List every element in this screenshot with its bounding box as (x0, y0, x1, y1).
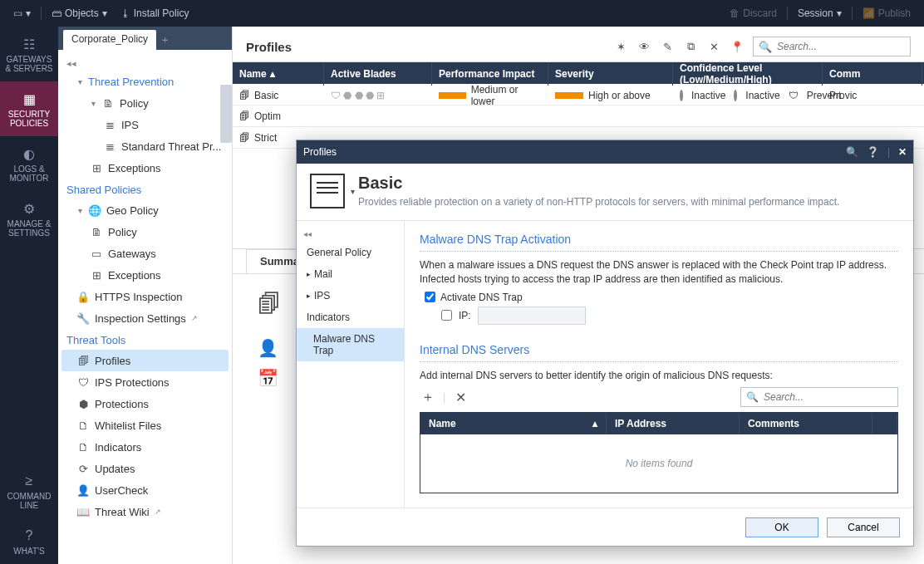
dialog-subtitle: Provides reliable protection on a variet… (358, 196, 839, 208)
rail-gateways[interactable]: ☷GATEWAYS & SERVERS (0, 27, 58, 81)
dns-col-name[interactable]: Name▴ (420, 413, 607, 434)
tree-standard-threat[interactable]: ≣Standard Threat Pr... (61, 135, 229, 157)
dialog-help-icon[interactable]: ❔ (867, 146, 879, 158)
col-confidence[interactable]: Confidence Level (Low/Medium/High) (673, 62, 823, 86)
col-comments[interactable]: Comm (823, 62, 922, 86)
profile-large-icon: 🗐 (258, 291, 281, 318)
tree-indicators[interactable]: 🗋Indicators (61, 436, 229, 458)
tree-ips[interactable]: ≣IPS (61, 114, 229, 135)
tree-ips-protections[interactable]: 🛡IPS Protections (61, 371, 229, 393)
profiles-search-input[interactable] (777, 41, 905, 52)
tree-profiles[interactable]: 🗐Profiles (61, 350, 229, 371)
tree-geo-exceptions[interactable]: ⊞Exceptions (61, 264, 229, 286)
view-icon[interactable]: 👁 (636, 39, 651, 54)
dns-col-ip[interactable]: IP Address (607, 413, 740, 434)
globe-icon: 🌐 (88, 204, 101, 217)
profile-icon: 🗐 (239, 110, 249, 122)
servers-icon: ☷ (3, 37, 55, 51)
ip-input[interactable] (478, 307, 586, 325)
collapse-icon[interactable]: ◂◂ (297, 229, 404, 242)
col-blades[interactable]: Active Blades (324, 62, 432, 86)
profiles-row-basic[interactable]: 🗐Basic 🛡 ⬣ ⬣ ⬣ ⊞ Medium or lower High or… (233, 84, 924, 105)
new-icon[interactable]: ✶ (613, 39, 628, 54)
nav-general-policy[interactable]: General Policy (297, 242, 404, 263)
col-name[interactable]: Name ▴ (233, 62, 324, 86)
edit-icon[interactable]: ✎ (660, 39, 675, 54)
file-icon: 🗋 (76, 440, 90, 454)
tree-updates[interactable]: ⟳Updates (61, 458, 229, 479)
objects-menu[interactable]: 🗃Objects ▾ (45, 0, 114, 27)
dns-col-comments[interactable]: Comments (740, 413, 872, 434)
app-menu[interactable]: ▭ ▾ (7, 0, 37, 27)
dialog-titlebar[interactable]: Profiles 🔍 ❔ | ✕ (297, 140, 913, 164)
tree-threat-wiki[interactable]: 📖Threat Wiki↗ (61, 501, 229, 522)
inactive-icon (680, 90, 683, 101)
blade-icons: 🛡 ⬣ ⬣ ⬣ ⊞ (331, 90, 385, 101)
shield-icon: 🛡 (76, 375, 90, 389)
discard-button[interactable]: 🗑Discard (723, 7, 784, 19)
external-badge: ↗ (191, 314, 198, 322)
tree-policy[interactable]: ▾🗎Policy (61, 92, 229, 114)
profiles-row-optim[interactable]: 🗐Optim (233, 105, 924, 127)
clone-icon[interactable]: ⧉ (683, 39, 698, 54)
tree-inspection-settings[interactable]: 🔧Inspection Settings↗ (61, 307, 229, 329)
tree-https-inspection[interactable]: 🔒HTTPS Inspection (61, 286, 229, 307)
tree-geo-policy-sub[interactable]: 🗎Policy (61, 221, 229, 243)
session-menu[interactable]: Session ▾ (791, 7, 848, 19)
delete-icon[interactable]: ✕ (706, 39, 721, 54)
rail-command-line[interactable]: ≥COMMAND LINE (0, 463, 58, 518)
profile-large-icon: ▾ (310, 174, 345, 208)
collapse-icon[interactable]: ◂◂ (61, 56, 229, 71)
gauge-icon: ◐ (3, 146, 55, 161)
activate-dns-trap-checkbox[interactable]: Activate DNS Trap (425, 292, 898, 303)
activate-dns-trap-input[interactable] (425, 292, 435, 302)
dialog-search-icon[interactable]: 🔍 (846, 146, 858, 158)
tree-geo-policy[interactable]: ▾🌐Geo Policy (61, 199, 229, 221)
router-icon: ▭ (90, 247, 103, 260)
dialog-title-text: Profiles (303, 146, 337, 158)
trash-icon: 🗑 (730, 7, 740, 19)
add-policy-tab[interactable]: ＋ (156, 30, 173, 50)
main-toolbar: ▭ ▾ 🗃Objects ▾ ⭳Install Policy 🗑Discard … (0, 0, 924, 27)
dialog-close-icon[interactable]: ✕ (898, 146, 907, 158)
cancel-button[interactable]: Cancel (827, 517, 900, 537)
search-icon: 🔍 (759, 41, 772, 53)
help-icon: ? (3, 528, 55, 543)
shield2-icon: ⬢ (76, 397, 90, 410)
ip-checkbox[interactable] (441, 310, 452, 321)
rail-whats[interactable]: ?WHAT'S (0, 518, 58, 564)
col-perf[interactable]: Performance Impact (432, 62, 548, 86)
whereused-icon[interactable]: 📍 (730, 39, 745, 54)
nav-ips[interactable]: ▸IPS (297, 285, 404, 307)
tree-threat-prevention[interactable]: ▾Threat Prevention (61, 71, 229, 92)
threat-tools-header: Threat Tools (61, 329, 229, 350)
sidebar-scrollbar[interactable] (220, 85, 232, 143)
publish-button[interactable]: 📶Publish (856, 7, 917, 19)
col-severity[interactable]: Severity (548, 62, 673, 86)
dns-search-input[interactable] (764, 391, 892, 403)
dns-empty-message: No items found (420, 434, 897, 493)
section-internal-dns-title: Internal DNS Servers (420, 343, 898, 356)
policy-sidebar: Corporate_Policy ＋ ◂◂ ▾Threat Prevention… (58, 27, 233, 564)
install-policy-button[interactable]: ⭳Install Policy (114, 0, 196, 27)
profiles-search: 🔍 (753, 37, 911, 56)
rail-manage[interactable]: ⚙MANAGE & SETTINGS (0, 191, 58, 246)
rail-security-policies[interactable]: ▦SECURITY POLICIES (0, 81, 58, 136)
nav-malware-dns-trap[interactable]: Malware DNS Trap (297, 328, 404, 361)
nav-mail[interactable]: ▸Mail (297, 263, 404, 285)
layers-icon: ≣ (103, 118, 116, 131)
nav-indicators[interactable]: Indicators (297, 307, 404, 328)
tree-whitelist[interactable]: 🗋Whitelist Files (61, 414, 229, 436)
rail-logs[interactable]: ◐LOGS & MONITOR (0, 136, 58, 191)
grid-icon: ▦ (3, 91, 55, 106)
section-malware-dns-trap-title: Malware DNS Trap Activation (420, 233, 898, 246)
tree-exceptions[interactable]: ⊞Exceptions (61, 157, 229, 179)
tree-usercheck[interactable]: 👤UserCheck (61, 479, 229, 501)
ok-button[interactable]: OK (745, 517, 818, 537)
tree-protections[interactable]: ⬢Protections (61, 393, 229, 414)
add-dns-server-button[interactable]: ＋ (420, 389, 436, 405)
policy-tab-corporate[interactable]: Corporate_Policy (63, 30, 156, 50)
policy-tabs: Corporate_Policy ＋ (58, 27, 232, 50)
remove-dns-server-button[interactable]: ✕ (452, 389, 469, 405)
tree-gateways[interactable]: ▭Gateways (61, 243, 229, 264)
